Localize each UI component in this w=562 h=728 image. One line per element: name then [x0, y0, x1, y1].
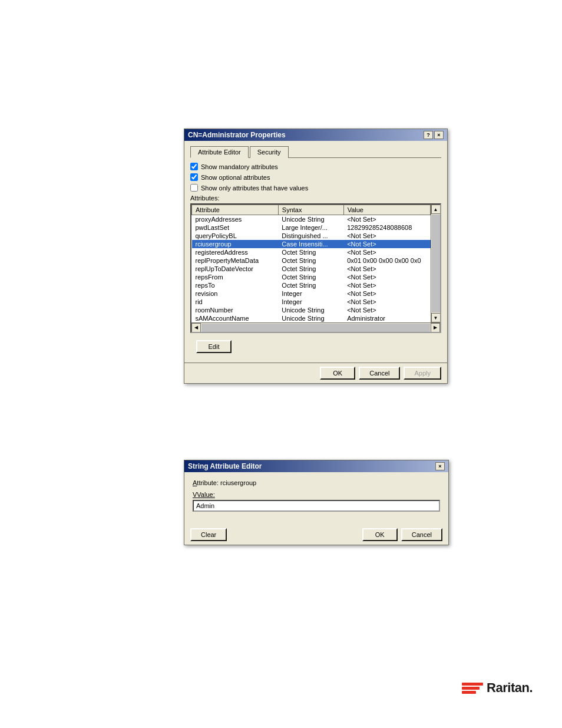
- cell-value: <Not Set>: [343, 298, 430, 306]
- cell-syntax: Octet String: [278, 281, 343, 289]
- attribute-label: Attribute:: [193, 479, 220, 486]
- cell-attribute: repsTo: [192, 281, 279, 289]
- cancel-button[interactable]: Cancel: [359, 367, 400, 380]
- show-mandatory-checkbox[interactable]: [190, 163, 198, 170]
- cell-attribute: registeredAddress: [192, 248, 279, 256]
- scroll-up-arrow[interactable]: ▲: [431, 205, 441, 214]
- str-dialog-titlebar: String Attribute Editor ×: [184, 460, 448, 472]
- cell-syntax: Unicode String: [278, 314, 343, 322]
- table-row[interactable]: registeredAddressOctet String<Not Set>: [192, 248, 431, 256]
- table-row[interactable]: ridInteger<Not Set>: [192, 298, 431, 306]
- cn-dialog-title: CN=Administrator Properties: [188, 131, 286, 139]
- table-row[interactable]: queryPolicyBLDistinguished ...<Not Set>: [192, 232, 431, 240]
- raritan-stripe-3: [462, 691, 476, 694]
- table-row[interactable]: repsToOctet String<Not Set>: [192, 281, 431, 289]
- show-values-only-checkbox[interactable]: [190, 184, 198, 192]
- cell-attribute: proxyAddresses: [192, 215, 279, 224]
- table-row[interactable]: sAMAccountNameUnicode StringAdministrato…: [192, 314, 431, 322]
- apply-button[interactable]: Apply: [404, 367, 441, 380]
- col-attribute[interactable]: Attribute: [192, 205, 279, 215]
- cell-value: <Not Set>: [343, 248, 430, 256]
- attributes-table: Attribute Syntax Value proxyAddressesUni…: [191, 205, 431, 322]
- scroll-down-arrow[interactable]: ▼: [431, 313, 441, 322]
- cell-syntax: Unicode String: [278, 306, 343, 314]
- horizontal-scrollbar[interactable]: ◀ ▶: [191, 322, 440, 332]
- table-row[interactable]: rciusergroupCase Insensiti...<Not Set>: [192, 240, 431, 248]
- cell-value: <Not Set>: [343, 265, 430, 273]
- cn-dialog-titlebar: CN=Administrator Properties ? ×: [184, 129, 447, 141]
- str-dialog-controls: ×: [435, 462, 445, 470]
- table-scroll-area: Attribute Syntax Value proxyAddressesUni…: [191, 205, 431, 322]
- cell-syntax: Octet String: [278, 256, 343, 265]
- checkbox-show-mandatory: Show mandatory attributes: [190, 163, 441, 170]
- cell-syntax: Case Insensiti...: [278, 240, 343, 248]
- str-close-button[interactable]: ×: [435, 462, 445, 470]
- tab-bar: Attribute Editor Security: [190, 146, 441, 158]
- cell-value: <Not Set>: [343, 240, 430, 248]
- cell-syntax: Distinguished ...: [278, 232, 343, 240]
- clear-button[interactable]: Clear: [190, 528, 227, 541]
- cell-value: <Not Set>: [343, 281, 430, 289]
- table-row[interactable]: pwdLastSetLarge Integer/...1282992852480…: [192, 223, 431, 232]
- cell-syntax: Octet String: [278, 273, 343, 281]
- vertical-scrollbar[interactable]: ▲ ▼: [431, 205, 440, 322]
- col-syntax[interactable]: Syntax: [278, 205, 343, 215]
- str-ok-button[interactable]: OK: [362, 528, 398, 541]
- table-row[interactable]: roomNumberUnicode String<Not Set>: [192, 306, 431, 314]
- cell-syntax: Octet String: [278, 248, 343, 256]
- cell-attribute: rid: [192, 298, 279, 306]
- cn-dialog-footer: OK Cancel Apply: [184, 363, 447, 383]
- tab-security[interactable]: Security: [250, 146, 289, 158]
- cell-syntax: Integer: [278, 298, 343, 306]
- raritan-logo: Raritan.: [462, 680, 533, 696]
- cell-attribute: roomNumber: [192, 306, 279, 314]
- scroll-left-arrow[interactable]: ◀: [191, 323, 201, 332]
- cell-attribute: pwdLastSet: [192, 223, 279, 232]
- attribute-name-value: rciusergroup: [220, 479, 256, 486]
- str-footer-right: OK Cancel: [362, 528, 442, 541]
- checkbox-show-values-only: Show only attributes that have values: [190, 184, 441, 192]
- ok-button[interactable]: OK: [320, 367, 355, 380]
- cell-attribute: revision: [192, 289, 279, 298]
- string-attribute-editor-dialog: String Attribute Editor × Attribute: rci…: [184, 460, 449, 545]
- str-dialog-footer: Clear OK Cancel: [184, 525, 448, 545]
- attribute-row: Attribute: rciusergroup: [193, 479, 440, 486]
- cell-syntax: Integer: [278, 289, 343, 298]
- table-row[interactable]: replUpToDateVectorOctet String<Not Set>: [192, 265, 431, 273]
- attributes-table-wrapper: Attribute Syntax Value proxyAddressesUni…: [190, 203, 441, 333]
- table-row[interactable]: proxyAddressesUnicode String<Not Set>: [192, 215, 431, 224]
- value-input[interactable]: [193, 500, 440, 512]
- edit-button[interactable]: Edit: [196, 340, 232, 353]
- cell-value: <Not Set>: [343, 289, 430, 298]
- table-row[interactable]: repsFromOctet String<Not Set>: [192, 273, 431, 281]
- tab-attribute-editor[interactable]: Attribute Editor: [190, 146, 249, 158]
- cell-value: <Not Set>: [343, 273, 430, 281]
- cell-attribute: sAMAccountName: [192, 314, 279, 322]
- table-row[interactable]: revisionInteger<Not Set>: [192, 289, 431, 298]
- cell-value: 128299285248088608: [343, 223, 430, 232]
- cell-attribute: queryPolicyBL: [192, 232, 279, 240]
- edit-button-row: Edit: [190, 338, 441, 355]
- close-button[interactable]: ×: [434, 131, 444, 139]
- show-values-only-label: Show only attributes that have values: [201, 185, 308, 192]
- cell-syntax: Unicode String: [278, 215, 343, 224]
- scroll-h-thumb[interactable]: [201, 324, 430, 332]
- show-optional-checkbox[interactable]: [190, 173, 198, 181]
- cell-attribute: replPropertyMetaData: [192, 256, 279, 265]
- cell-syntax: Octet String: [278, 265, 343, 273]
- str-cancel-button[interactable]: Cancel: [401, 528, 442, 541]
- cell-value: <Not Set>: [343, 215, 430, 224]
- col-value[interactable]: Value: [343, 205, 430, 215]
- raritan-stripe-2: [462, 687, 480, 690]
- table-row[interactable]: replPropertyMetaDataOctet String0x01 0x0…: [192, 256, 431, 265]
- cn-dialog-controls: ? ×: [424, 131, 444, 139]
- help-button[interactable]: ?: [424, 131, 433, 139]
- raritan-text: Raritan.: [487, 680, 533, 696]
- cell-attribute: repsFrom: [192, 273, 279, 281]
- scroll-right-arrow[interactable]: ▶: [431, 323, 440, 332]
- cell-value: <Not Set>: [343, 306, 430, 314]
- value-label-row: VValue:: [193, 491, 440, 498]
- cell-value: 0x01 0x00 0x00 0x00 0x0: [343, 256, 430, 265]
- scroll-thumb[interactable]: [432, 215, 440, 312]
- str-dialog-title: String Attribute Editor: [188, 462, 262, 470]
